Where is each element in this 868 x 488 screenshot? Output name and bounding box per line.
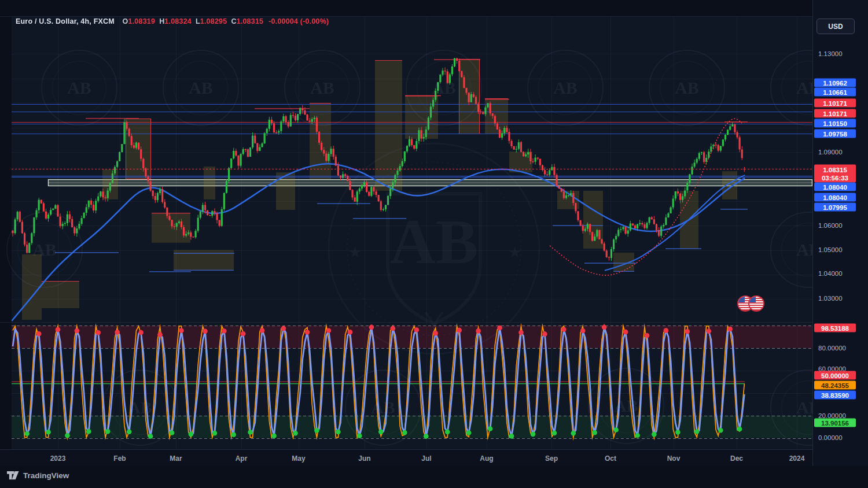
price-axis-chip: 1.07995 bbox=[814, 203, 856, 212]
currency-pair-flags-icon bbox=[737, 295, 765, 312]
time-axis-label: Jul bbox=[421, 454, 431, 463]
price-axis-label: 1.05000 bbox=[818, 246, 843, 253]
symbol-legend[interactable]: Euro / U.S. Dollar, 4h, FXCM O1.08319H1.… bbox=[16, 17, 329, 25]
price-axis-chip: 1.08040 bbox=[814, 193, 856, 202]
time-axis-label: Apr bbox=[236, 454, 248, 463]
tradingview-logo[interactable]: TradingView bbox=[7, 471, 69, 480]
price-axis-chip: 1.10171 bbox=[814, 99, 856, 108]
time-axis-label: 2023 bbox=[50, 454, 66, 463]
osc-axis-chip: 13.90156 bbox=[814, 419, 856, 427]
price-axis-chip: 1.10150 bbox=[814, 119, 856, 128]
tradingview-logo-icon bbox=[7, 471, 19, 480]
seal-watermark: AB bbox=[102, 369, 178, 446]
svg-text:AB: AB bbox=[390, 206, 479, 277]
price-axis-chip: 1.10962 bbox=[814, 79, 856, 87]
price-axis-chip: 1.10171 bbox=[814, 109, 856, 118]
osc-axis-chip: 38.83590 bbox=[814, 391, 856, 400]
seal-watermark: AB bbox=[41, 50, 117, 126]
ohlc-values: O1.08319H1.08324L1.08295C1.08315-0.00004… bbox=[123, 17, 329, 25]
price-axis-label: 1.06000 bbox=[818, 222, 843, 229]
time-axis-label: Nov bbox=[667, 454, 681, 463]
time-axis-label: Oct bbox=[605, 454, 616, 463]
time-axis-label: Dec bbox=[730, 454, 743, 463]
seal-watermark: AB bbox=[163, 50, 239, 126]
price-axis-chip: 1.09758 bbox=[814, 130, 856, 138]
osc-axis-label: 0.00000 bbox=[818, 434, 843, 441]
time-axis-label: Feb bbox=[113, 454, 126, 463]
seal-watermark: AB bbox=[406, 50, 482, 126]
usd-flag-icon bbox=[748, 295, 764, 312]
seal-watermark: AB bbox=[284, 50, 361, 126]
seal-watermark: AB bbox=[649, 50, 725, 126]
footer-bar: TradingView bbox=[0, 466, 868, 488]
time-axis-label: 2024 bbox=[789, 454, 805, 463]
svg-text:★: ★ bbox=[508, 243, 521, 261]
seal-watermark: AB bbox=[345, 369, 421, 446]
tradingview-chart-window: { "header": { "symbol_title": "Euro / U.… bbox=[0, 0, 868, 488]
time-axis-label: Sep bbox=[545, 454, 558, 463]
osc-axis-label: 80.00000 bbox=[818, 345, 846, 352]
svg-text:★: ★ bbox=[348, 243, 362, 261]
time-axis-label: May bbox=[292, 454, 305, 463]
osc-axis-chip: 48.24355 bbox=[814, 381, 856, 390]
time-axis-label: Mar bbox=[170, 454, 182, 463]
seal-watermark: AB bbox=[6, 212, 83, 288]
price-axis-chip: 1.08040 bbox=[814, 183, 856, 191]
tradingview-logo-text: TradingView bbox=[23, 471, 69, 480]
currency-toggle-button[interactable]: USD bbox=[816, 19, 855, 34]
price-axis-label: 1.03000 bbox=[818, 295, 843, 302]
seal-watermark: AB bbox=[588, 368, 664, 444]
central-shield-watermark: AB ★ ★ bbox=[324, 139, 544, 358]
price-axis-chip: 1.0831503:56:33 bbox=[814, 165, 856, 183]
time-axis-label: Jun bbox=[358, 454, 370, 463]
osc-axis-chip: 98.53188 bbox=[814, 324, 856, 332]
price-axis-label: 1.04000 bbox=[818, 270, 843, 277]
price-axis-label: 1.13000 bbox=[818, 50, 843, 57]
seal-watermark: AB bbox=[527, 50, 604, 126]
price-axis[interactable]: 1.130001.090001.060001.050001.040001.030… bbox=[812, 0, 868, 466]
osc-axis-chip: 50.00000 bbox=[814, 371, 856, 380]
symbol-title[interactable]: Euro / U.S. Dollar, 4h, FXCM bbox=[16, 17, 115, 25]
price-axis-chip: 1.10661 bbox=[814, 88, 856, 97]
time-axis-label: Aug bbox=[480, 454, 493, 463]
time-axis[interactable]: 2023FebMarAprMayJunJulAugSepOctNovDec202… bbox=[0, 449, 812, 467]
price-axis-label: 1.09000 bbox=[818, 149, 843, 156]
